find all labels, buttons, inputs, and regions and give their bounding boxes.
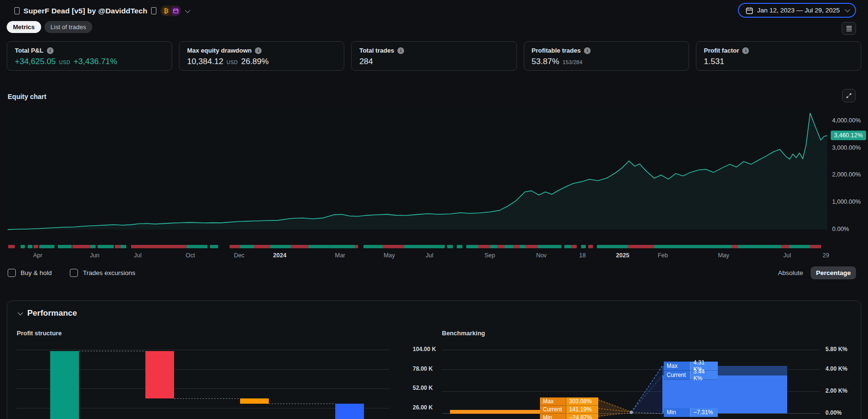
trade-period-win[interactable] (187, 245, 208, 248)
trade-period-loss[interactable] (8, 245, 15, 248)
trade-period-win[interactable] (28, 245, 33, 248)
trade-period-loss[interactable] (571, 245, 577, 248)
trade-period-win[interactable] (447, 245, 453, 248)
stat-value: −7.31% (691, 408, 718, 417)
x-axis-tick-label: Dec (234, 252, 244, 259)
x-axis-tick-label: 2025 (616, 252, 629, 259)
trade-period-win[interactable] (98, 245, 114, 248)
trade-period-win[interactable] (329, 245, 355, 248)
benchmarking-plot[interactable] (442, 342, 821, 419)
trade-period-loss[interactable] (513, 245, 520, 248)
y-axis-tick-label: 0.00% (825, 409, 842, 416)
waterfall-bar[interactable] (335, 404, 364, 419)
trade-period-win[interactable] (538, 245, 561, 248)
trade-period-win[interactable] (121, 245, 126, 248)
stat-label: Min (540, 414, 566, 419)
trade-period-loss[interactable] (526, 245, 538, 248)
trade-period-win[interactable] (789, 245, 810, 248)
gridline (442, 350, 820, 350)
current-equity-badge: 3,460.12% (831, 131, 866, 140)
percentage-toggle[interactable]: Percentage (811, 266, 856, 279)
y-axis-tick-label: 52.00 K (413, 385, 433, 391)
trade-period-win[interactable] (58, 245, 72, 248)
metric-value: 284 (359, 57, 508, 66)
equity-chart-plot[interactable] (8, 108, 827, 230)
profit-structure-plot[interactable] (17, 342, 397, 419)
trade-period-loss[interactable] (291, 245, 308, 248)
trade-period-win[interactable] (240, 245, 254, 248)
info-icon[interactable]: i (584, 47, 591, 54)
trade-period-loss[interactable] (732, 245, 738, 248)
stat-label: Max (540, 397, 566, 406)
buy-and-hold-range-bar[interactable] (450, 410, 540, 414)
trade-period-win[interactable] (39, 245, 55, 248)
trade-period-loss[interactable] (230, 245, 240, 248)
stat-value: 3.44 K% (691, 371, 718, 380)
trade-period-win[interactable] (363, 245, 383, 248)
trade-period-loss[interactable] (254, 245, 270, 248)
info-icon[interactable]: i (397, 47, 404, 54)
strategy-title-group[interactable]: SuperF Dead [v5] by @DaviddTech ₿ (14, 5, 189, 16)
trade-period-loss[interactable] (355, 245, 358, 248)
trade-period-win[interactable] (738, 245, 781, 248)
trade-period-win[interactable] (505, 245, 513, 248)
metric-label: Profit factor (704, 47, 739, 54)
trade-period-win[interactable] (564, 245, 571, 248)
tab-metrics[interactable]: Metrics (7, 21, 41, 33)
trade-period-win[interactable] (404, 245, 445, 248)
x-axis-tick-label: 2024 (273, 252, 286, 259)
trade-period-win[interactable] (520, 245, 526, 248)
y-axis-tick-label: 0.00% (832, 226, 849, 232)
trade-period-win[interactable] (654, 245, 732, 248)
waterfall-bar[interactable] (240, 398, 269, 404)
x-axis-tick-label: Mar (335, 252, 345, 259)
info-icon[interactable]: i (255, 47, 262, 54)
trade-period-win[interactable] (90, 245, 96, 248)
trade-period-win[interactable] (581, 245, 586, 248)
trade-period-win[interactable] (457, 245, 462, 248)
performance-collapse-header[interactable]: Performance (18, 309, 77, 318)
trade-period-win[interactable] (270, 245, 291, 248)
trade-period-win[interactable] (597, 245, 628, 248)
chevron-down-icon[interactable] (185, 7, 190, 12)
trade-period-loss[interactable] (115, 245, 121, 248)
absolute-toggle[interactable]: Absolute (778, 269, 803, 276)
trade-period-loss[interactable] (383, 245, 404, 248)
stat-label: Max (664, 362, 691, 371)
trade-period-loss[interactable] (810, 245, 821, 248)
trades-excursions-checkbox[interactable]: Trades excursions (70, 269, 135, 277)
info-icon[interactable]: i (742, 47, 749, 54)
trade-period-loss[interactable] (33, 245, 38, 248)
chevron-down-icon (18, 310, 23, 315)
trade-period-loss[interactable] (131, 245, 187, 248)
report-layout-button[interactable] (842, 22, 856, 35)
tab-list-of-trades[interactable]: List of trades (44, 21, 92, 33)
x-axis-tick-label: Jul (426, 252, 433, 259)
trade-period-win[interactable] (210, 245, 218, 248)
trade-period-loss[interactable] (478, 245, 490, 248)
gridline (17, 350, 389, 350)
trade-period-loss[interactable] (497, 245, 505, 248)
y-axis-tick-label: 1,000.00% (832, 198, 861, 205)
trade-period-win[interactable] (466, 245, 478, 248)
trade-period-win[interactable] (490, 245, 497, 248)
trade-period-win[interactable] (308, 245, 329, 248)
x-axis-tick-label: Feb (658, 252, 668, 259)
info-icon[interactable]: i (47, 47, 54, 54)
stat-label: Min (664, 408, 691, 417)
trade-period-loss[interactable] (628, 245, 654, 248)
expand-chart-button[interactable] (842, 89, 856, 102)
trade-period-loss[interactable] (588, 245, 593, 248)
metric-label: Max equity drawdown (187, 47, 252, 54)
trade-period-loss[interactable] (72, 245, 90, 248)
top-bar: SuperF Dead [v5] by @DaviddTech ₿ Jan 12… (0, 0, 868, 20)
trade-period-loss[interactable] (781, 245, 789, 248)
waterfall-bar[interactable] (145, 351, 174, 398)
date-range-button[interactable]: Jan 12, 2023 — Jul 29, 2025 (738, 3, 856, 18)
buy-and-hold-checkbox[interactable]: Buy & hold (8, 269, 52, 277)
checkbox-box (70, 269, 78, 277)
trade-period-win[interactable] (21, 245, 25, 248)
waterfall-bar[interactable] (50, 351, 79, 419)
y-axis-tick-label: 2.00 K% (825, 387, 847, 394)
chart-controls: Buy & hold Trades excursions Absolute Pe… (8, 266, 856, 279)
